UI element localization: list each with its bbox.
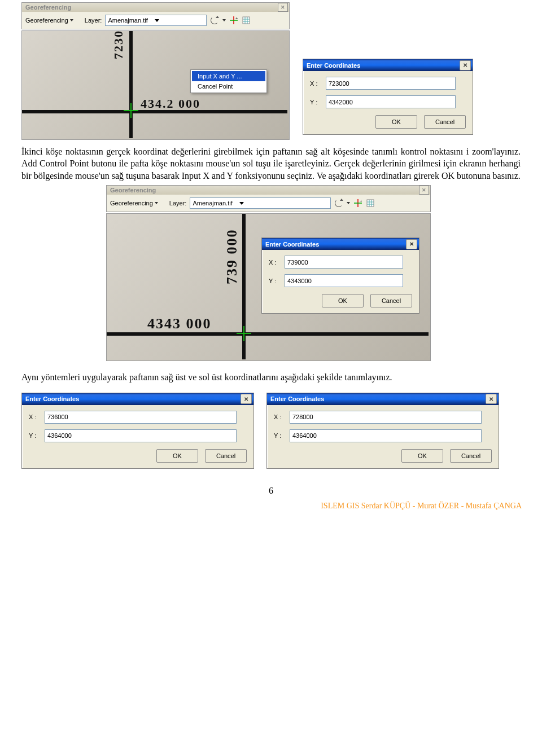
svg-rect-3 (243, 17, 250, 24)
enter-coordinates-dialog: Enter Coordinates ✕ X : Y : OK Cancel (21, 393, 254, 469)
layer-value: Amenajman.tif (108, 17, 147, 24)
y-input[interactable] (285, 274, 403, 287)
close-icon[interactable]: ✕ (460, 60, 471, 71)
svg-text:+: + (235, 16, 238, 21)
view-link-table-icon[interactable] (366, 199, 375, 208)
georef-menu-dropdown[interactable]: Georeferencing (25, 17, 73, 24)
page-number: 6 (21, 486, 521, 496)
enter-coordinates-dialog: Enter Coordinates ✕ X : Y : OK Cancel (261, 238, 419, 314)
view-link-table-icon[interactable] (242, 16, 251, 25)
map-xtick-label: 434.2 000 (141, 96, 200, 111)
cancel-button[interactable]: Cancel (424, 115, 466, 129)
chevron-down-icon (70, 19, 73, 21)
cancel-button[interactable]: Cancel (370, 294, 412, 307)
rotate-icon[interactable] (210, 16, 219, 25)
menu-item-cancel-point[interactable]: Cancel Point (192, 81, 265, 91)
chevron-down-icon[interactable] (347, 202, 350, 204)
georef-menu-dropdown[interactable]: Georeferencing (110, 200, 158, 206)
control-point-marker (237, 326, 251, 341)
ok-button[interactable]: OK (322, 294, 364, 307)
x-input[interactable] (326, 77, 456, 90)
chevron-down-icon (155, 19, 159, 22)
y-label: Y : (310, 99, 322, 106)
map-canvas[interactable]: 739 000 4343 000 Enter Coordinates ✕ X :… (106, 213, 431, 361)
ok-button[interactable]: OK (375, 115, 417, 129)
svg-rect-11 (367, 200, 374, 206)
y-input[interactable] (290, 429, 482, 442)
control-point-marker (124, 103, 138, 118)
menu-item-input-xy[interactable]: Input X and Y ... (192, 71, 265, 81)
georef-menu-label: Georeferencing (25, 17, 68, 24)
enter-coordinates-dialog: Enter Coordinates ✕ X : Y : OK Cancel (266, 393, 499, 469)
y-input[interactable] (45, 429, 237, 442)
x-input[interactable] (290, 411, 482, 424)
layer-label: Layer: (85, 17, 102, 24)
x-label: X : (310, 80, 322, 87)
cancel-button[interactable]: Cancel (205, 449, 247, 463)
x-label: X : (269, 259, 281, 266)
ok-button[interactable]: OK (156, 449, 198, 463)
y-label: Y : (29, 432, 41, 439)
enter-coordinates-dialog: Enter Coordinates ✕ X : Y : OK Cancel (303, 59, 473, 135)
x-input[interactable] (45, 411, 237, 424)
instruction-paragraph-1: İkinci köşe noktasının gerçek koordinat … (21, 146, 521, 182)
close-icon[interactable]: ✕ (486, 394, 497, 404)
svg-text:+: + (360, 199, 362, 204)
rotate-icon[interactable] (334, 199, 343, 208)
layer-combo[interactable]: Amenajman.tif (105, 15, 207, 26)
footer-credits: ISLEM GIS Serdar KÜPÇÜ - Murat ÖZER - Mu… (0, 502, 542, 511)
chevron-down-icon[interactable] (222, 19, 226, 21)
ok-button[interactable]: OK (401, 449, 443, 463)
y-label: Y : (274, 432, 286, 439)
y-label: Y : (269, 278, 281, 284)
georef-toolbar-title: Georeferencing (110, 187, 156, 194)
dialog-title: Enter Coordinates (265, 241, 319, 248)
chevron-down-icon (239, 202, 244, 205)
georef-toolbar-title: Georeferencing (25, 4, 71, 11)
chevron-down-icon (155, 202, 158, 204)
x-input[interactable] (285, 256, 403, 269)
georef-toolbar-panel: Georeferencing ✕ Georeferencing Layer: A… (106, 185, 431, 212)
dialog-title: Enter Coordinates (307, 62, 360, 69)
georef-menu-label: Georeferencing (110, 200, 153, 206)
georef-toolbar-panel: Georeferencing ✕ Georeferencing Layer: A… (21, 2, 290, 29)
map-xtick-label: 4343 000 (147, 315, 212, 332)
instruction-paragraph-2: Aynı yöntemleri uygulayarak paftanın sağ… (21, 371, 521, 383)
x-label: X : (29, 414, 41, 420)
dialog-title: Enter Coordinates (25, 395, 79, 402)
close-icon[interactable]: ✕ (241, 394, 252, 404)
map-canvas[interactable]: 723000 434.2 000 Input X and Y ... Cance… (21, 30, 290, 140)
cancel-button[interactable]: Cancel (450, 449, 492, 463)
layer-value: Amenajman.tif (193, 200, 232, 206)
dialog-title: Enter Coordinates (270, 395, 324, 402)
add-control-point-icon[interactable]: + (229, 16, 238, 25)
x-label: X : (274, 414, 286, 420)
y-input[interactable] (326, 95, 456, 108)
layer-label: Layer: (169, 200, 187, 206)
close-icon[interactable]: ✕ (406, 239, 417, 249)
map-ytick-label: 739 000 (224, 229, 241, 285)
map-ytick-label: 723000 (111, 30, 126, 59)
add-control-point-icon[interactable]: + (353, 199, 362, 208)
close-icon[interactable]: ✕ (419, 186, 429, 195)
close-icon[interactable]: ✕ (278, 3, 288, 12)
layer-combo[interactable]: Amenajman.tif (190, 197, 331, 209)
context-menu: Input X and Y ... Cancel Point (190, 69, 267, 93)
